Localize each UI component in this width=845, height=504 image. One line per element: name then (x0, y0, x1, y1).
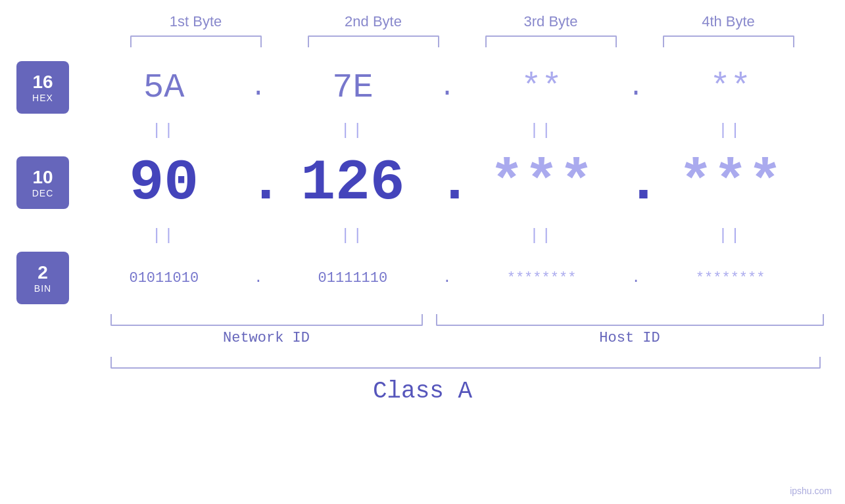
bin-b1: 01011010 (91, 270, 236, 286)
bin-badge-number: 2 (37, 262, 48, 283)
data-section: 5A . 7E . ** . ** || || || || 90 (85, 58, 845, 308)
dec-dot2: . (437, 150, 457, 216)
dec-b1: 90 (91, 150, 236, 216)
hex-b2: 7E (280, 68, 425, 107)
network-bracket (110, 314, 423, 326)
dec-b2: 126 (280, 150, 425, 216)
bottom-section: Network ID Host ID (104, 314, 827, 346)
hex-badge-label: HEX (32, 93, 53, 103)
bracket-b3 (485, 35, 617, 47)
hex-badge: 16 HEX (16, 61, 69, 114)
network-id-label: Network ID (110, 330, 423, 346)
byte2-header: 2nd Byte (301, 13, 446, 30)
hex-badge-row: 16 HEX (16, 58, 69, 117)
dec-b3: *** (470, 150, 614, 216)
dec-dot1: . (249, 150, 268, 216)
hex-dot3: . (626, 73, 646, 103)
badge-column: 16 HEX 10 DEC 2 BIN (0, 58, 85, 308)
bracket-b2 (308, 35, 439, 47)
hex-b1: 5A (91, 68, 236, 107)
byte3-header: 3rd Byte (479, 13, 623, 30)
bin-b4: ******** (658, 270, 803, 286)
bin-badge-label: BIN (34, 283, 51, 294)
equals-row-1: || || || || (85, 117, 809, 143)
byte4-header: 4th Byte (656, 13, 801, 30)
bottom-brackets (104, 314, 827, 326)
bin-dot1: . (249, 270, 268, 286)
bracket-b4 (663, 35, 794, 47)
dec-dot3: . (626, 150, 646, 216)
bin-b2: 01111110 (280, 270, 425, 286)
class-label: Class A (0, 378, 845, 405)
dec-badge-row: 10 DEC (16, 143, 69, 222)
eq1-b3: || (470, 122, 614, 139)
bin-dot3: . (626, 270, 646, 286)
equals-row-2: || || || || (85, 222, 809, 248)
eq2-b4: || (658, 227, 803, 244)
host-bracket (436, 314, 824, 326)
hex-dot1: . (249, 73, 268, 103)
hex-row: 5A . 7E . ** . ** (85, 58, 809, 117)
bin-row: 01011010 . 01111110 . ******** . *******… (85, 248, 809, 308)
top-brackets (107, 35, 817, 47)
watermark: ipshu.com (790, 486, 832, 496)
eq2-b3: || (470, 227, 614, 244)
outer-bottom-bracket (110, 357, 821, 369)
host-id-label: Host ID (436, 330, 824, 346)
hex-badge-number: 16 (32, 72, 53, 93)
bin-dot2: . (437, 270, 457, 286)
bin-badge-row: 2 BIN (16, 248, 69, 308)
hex-dot2: . (437, 73, 457, 103)
bin-badge: 2 BIN (16, 252, 69, 304)
eq2-b2: || (280, 227, 425, 244)
id-labels: Network ID Host ID (104, 330, 827, 346)
dec-badge: 10 DEC (16, 156, 69, 209)
bin-b3: ******** (470, 270, 614, 286)
dec-b4: *** (658, 150, 803, 216)
hex-b4: ** (658, 68, 803, 107)
dec-badge-label: DEC (32, 188, 54, 198)
main-container: 1st Byte 2nd Byte 3rd Byte 4th Byte 16 H… (0, 0, 845, 504)
eq2-b1: || (91, 227, 236, 244)
eq1-b1: || (91, 122, 236, 139)
byte1-header: 1st Byte (124, 13, 268, 30)
eq1-b2: || (280, 122, 425, 139)
dec-row: 90 . 126 . *** . *** (85, 143, 809, 222)
eq1-b4: || (658, 122, 803, 139)
dec-badge-number: 10 (32, 167, 53, 188)
hex-b3: ** (470, 68, 614, 107)
byte-headers: 1st Byte 2nd Byte 3rd Byte 4th Byte (107, 13, 817, 30)
bracket-b1 (130, 35, 262, 47)
